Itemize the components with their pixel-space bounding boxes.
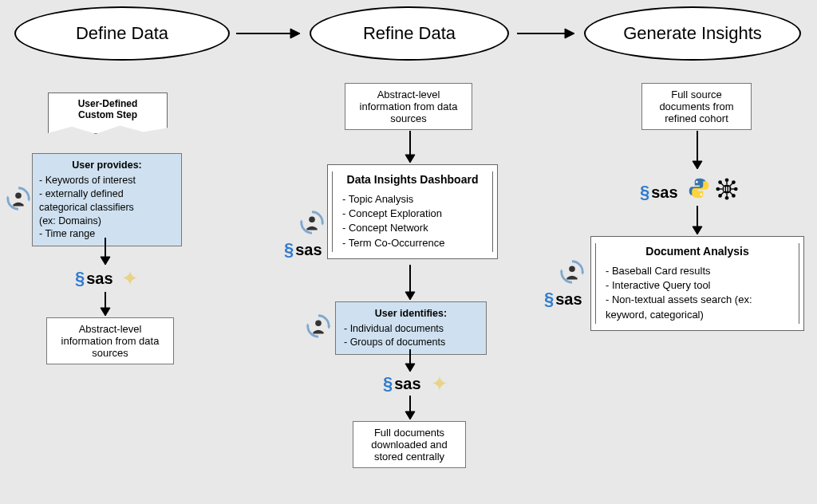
arrow-down-8 xyxy=(689,206,705,234)
full-source-label: Full source documents from refined cohor… xyxy=(659,89,733,124)
svg-marker-17 xyxy=(405,292,415,300)
dashboard-item: Concept Exploration xyxy=(342,207,486,221)
stage-define: Define Data xyxy=(14,6,230,61)
sas-logo-5: §sas xyxy=(544,289,582,309)
svg-marker-50 xyxy=(693,226,702,234)
sas-swirl-icon: § xyxy=(544,289,554,309)
svg-marker-5 xyxy=(6,195,10,199)
sas-logo-2: §sas xyxy=(284,239,322,260)
doc-analysis-item: Interactive Query tool xyxy=(606,278,792,293)
dashboard-item: Topic Analysis xyxy=(342,192,486,207)
svg-line-43 xyxy=(730,183,733,187)
stage-generate: Generate Insights xyxy=(584,6,801,61)
abstract-info-1-label: Abstract-level information from data sou… xyxy=(61,323,160,359)
svg-point-30 xyxy=(725,178,729,182)
sas-logo-4: §sas xyxy=(640,182,678,203)
arrow-refine-to-generate xyxy=(517,26,574,41)
svg-marker-14 xyxy=(300,219,303,222)
stage-define-label: Define Data xyxy=(76,23,168,44)
svg-rect-46 xyxy=(724,187,724,191)
arrow-down-5 xyxy=(402,349,418,372)
network-icon xyxy=(715,177,739,201)
custom-step-label: User-Defined Custom Step xyxy=(78,98,138,120)
user-provides-title: User provides: xyxy=(39,159,175,172)
full-docs-box: Full documents downloaded and stored cen… xyxy=(353,421,466,468)
sas-text: sas xyxy=(555,290,582,309)
svg-point-27 xyxy=(696,181,698,183)
doc-analysis-item: Non-textual assets search (ex: keyword, … xyxy=(606,293,792,321)
user-identifies-title: User identifies: xyxy=(344,307,478,321)
sas-text: sas xyxy=(295,241,322,259)
svg-line-45 xyxy=(730,192,733,195)
doc-analysis-box: Document Analysis Baseball Card results … xyxy=(590,236,804,331)
dashboard-title: Data Insights Dashboard xyxy=(339,173,486,186)
full-source-box: Full source documents from refined cohor… xyxy=(641,83,752,130)
sas-logo-1: §sas xyxy=(75,268,113,289)
dashboard-item: Concept Network xyxy=(342,221,486,235)
user-identifies-items: - Individual documents - Groups of docum… xyxy=(344,322,478,349)
sas-swirl-icon: § xyxy=(75,268,85,289)
full-docs-label: Full documents downloaded and stored cen… xyxy=(371,427,447,463)
abstract-info-box-2: Abstract-level information from data sou… xyxy=(345,83,472,130)
user-cycle-icon-4 xyxy=(558,258,586,285)
svg-rect-47 xyxy=(726,187,727,191)
sas-logo-3: §sas xyxy=(383,373,421,394)
arrow-down-4 xyxy=(402,265,418,300)
svg-point-20 xyxy=(315,320,322,326)
svg-point-31 xyxy=(725,196,729,200)
arrow-down-6 xyxy=(402,396,418,419)
dashboard-box: Data Insights Dashboard Topic Analysis C… xyxy=(327,164,498,259)
svg-point-6 xyxy=(15,192,22,199)
svg-marker-8 xyxy=(101,257,110,265)
svg-marker-10 xyxy=(101,308,110,316)
dashboard-list: Topic Analysis Concept Exploration Conce… xyxy=(339,192,486,250)
svg-rect-48 xyxy=(728,187,729,191)
stage-refine-label: Refine Data xyxy=(363,23,456,44)
arrow-down-2 xyxy=(97,292,113,316)
user-cycle-icon xyxy=(5,185,32,212)
svg-point-53 xyxy=(569,266,575,272)
arrow-define-to-refine xyxy=(236,26,300,41)
svg-marker-18 xyxy=(327,326,330,329)
svg-marker-19 xyxy=(306,323,310,326)
sparkle-icon-1: ✦ xyxy=(121,266,139,291)
svg-marker-24 xyxy=(405,411,415,419)
doc-analysis-list: Baseball Card results Interactive Query … xyxy=(602,264,792,322)
arrow-down-7 xyxy=(689,131,705,169)
svg-line-44 xyxy=(721,192,724,195)
sas-text: sas xyxy=(651,183,677,202)
dashboard-item: Term Co-Occurrence xyxy=(342,236,486,250)
doc-analysis-item: Baseball Card results xyxy=(606,264,792,278)
sparkle-icon-2: ✦ xyxy=(431,372,448,396)
sas-text: sas xyxy=(86,270,112,288)
python-icon xyxy=(688,177,710,199)
user-cycle-icon-3 xyxy=(305,313,332,340)
user-cycle-icon-2 xyxy=(298,209,326,236)
arrow-down-1 xyxy=(97,238,113,265)
user-identifies-box: User identifies: - Individual documents … xyxy=(335,301,487,355)
arrow-down-3 xyxy=(402,131,418,163)
svg-line-42 xyxy=(721,183,724,187)
svg-marker-1 xyxy=(290,29,300,38)
svg-point-33 xyxy=(734,187,738,191)
stage-generate-label: Generate Insights xyxy=(623,23,762,44)
svg-marker-52 xyxy=(560,269,563,272)
abstract-info-2-label: Abstract-level information from data sou… xyxy=(360,89,458,124)
stage-refine: Refine Data xyxy=(310,6,509,61)
user-provides-box: User provides: - Keywords of interest - … xyxy=(32,153,182,246)
sas-swirl-icon: § xyxy=(284,239,294,260)
svg-marker-3 xyxy=(565,29,574,38)
svg-point-32 xyxy=(716,187,720,191)
sas-text: sas xyxy=(394,375,420,393)
svg-marker-22 xyxy=(405,364,415,372)
svg-marker-12 xyxy=(405,155,415,163)
custom-step-box: User-Defined Custom Step xyxy=(48,93,168,134)
svg-marker-26 xyxy=(693,161,702,169)
abstract-info-box-1: Abstract-level information from data sou… xyxy=(46,317,174,364)
svg-point-28 xyxy=(700,194,702,196)
svg-point-15 xyxy=(309,216,315,222)
doc-analysis-title: Document Analysis xyxy=(602,245,792,258)
sas-swirl-icon: § xyxy=(383,373,393,394)
sas-swirl-icon: § xyxy=(640,182,649,203)
user-provides-items: - Keywords of interest - externally defi… xyxy=(39,174,175,241)
